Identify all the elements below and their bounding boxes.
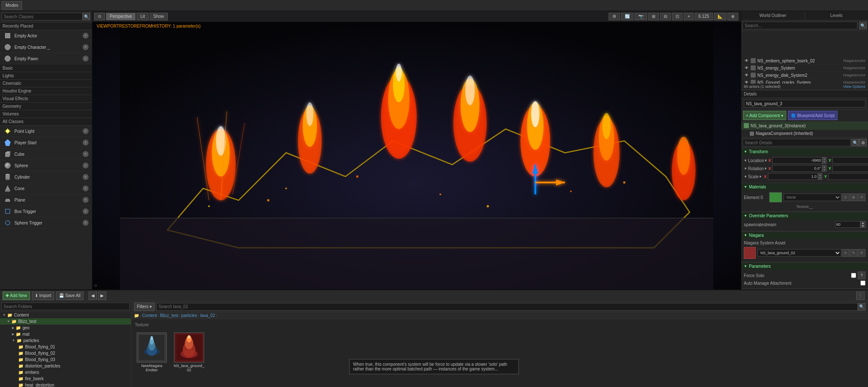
- wo-item[interactable]: 👁 NS_energy_disk_System2 NiagaraActor: [741, 72, 868, 79]
- panel-item-plane[interactable]: Plane +: [0, 194, 92, 206]
- details-options-btn[interactable]: ⚙: [859, 139, 867, 146]
- panel-item-cube[interactable]: Cube +: [0, 149, 92, 160]
- rotation-x-input[interactable]: [772, 165, 822, 172]
- niagara-browse-btn[interactable]: ⊙: [842, 249, 849, 257]
- blueprint-add-script-button[interactable]: 🔵 Blueprint/Add Script: [788, 111, 837, 120]
- niagara-reset-btn[interactable]: ↺: [858, 249, 865, 257]
- parameters-section-title[interactable]: ▼ Parameters: [741, 263, 868, 270]
- folder-item[interactable]: ▼ 📁 particles: [0, 337, 131, 344]
- add-cylinder[interactable]: +: [83, 174, 89, 180]
- viewport-coord-btn[interactable]: 6.125: [695, 13, 713, 20]
- viewport-icon-btn-2[interactable]: 🔄: [621, 13, 634, 20]
- asset-ns-lava-ground-02[interactable]: NS_lava_ground_02: [172, 332, 206, 372]
- asset-search-button[interactable]: 🔍: [858, 303, 865, 311]
- nav-back-button[interactable]: ◀: [89, 292, 97, 300]
- viewport-icon-btn-1[interactable]: ⚙: [609, 13, 620, 20]
- panel-item-player-start[interactable]: Player Start +: [0, 137, 92, 149]
- folder-item[interactable]: 📁 Blood_flying_03: [0, 356, 131, 363]
- panel-item-point-light[interactable]: Point Light +: [0, 126, 92, 137]
- material-select[interactable]: None: [784, 194, 841, 201]
- panel-item-sphere-trigger[interactable]: Sphere Trigger +: [0, 217, 92, 229]
- search-classes-button[interactable]: 🔍: [83, 13, 90, 20]
- force-solo-info-btn[interactable]: ?: [858, 272, 865, 279]
- scale-x-spin[interactable]: ▲▼: [818, 173, 822, 180]
- view-options-link[interactable]: View Options: [843, 84, 865, 89]
- search-classes-input[interactable]: [2, 13, 83, 20]
- details-search-btn[interactable]: 🔍: [851, 139, 859, 146]
- save-all-button[interactable]: 💾 Save All: [56, 292, 83, 300]
- viewport-icon-btn-3[interactable]: 📷: [634, 13, 647, 20]
- folder-item[interactable]: 📁 Blood_flying_02: [0, 350, 131, 356]
- panel-item-box-trigger[interactable]: Box Trigger +: [0, 206, 92, 217]
- sub-component-row[interactable]: NiagaraComponent (Inherited): [741, 130, 868, 137]
- viewport-icon-btn-8[interactable]: 📐: [714, 13, 726, 20]
- material-reset-btn[interactable]: ↺: [858, 194, 865, 201]
- force-solo-checkbox[interactable]: [851, 273, 856, 278]
- folder-item[interactable]: 📁 heat_destortion: [0, 382, 131, 387]
- viewport-canvas[interactable]: [92, 22, 741, 289]
- modes-tab[interactable]: Modes: [2, 1, 22, 10]
- add-sphere-trigger[interactable]: +: [83, 220, 89, 226]
- world-outliner-search-btn[interactable]: 🔍: [859, 22, 867, 29]
- component-instance-row[interactable]: NS_lava_ground_3(Instance): [741, 122, 868, 130]
- rotation-y-input[interactable]: [832, 165, 868, 172]
- visibility-icon[interactable]: 👁: [744, 65, 749, 70]
- niagara-edit-btn[interactable]: ✎: [850, 249, 857, 257]
- visibility-icon[interactable]: 👁: [744, 58, 749, 63]
- material-copy-btn[interactable]: ⊞: [850, 194, 857, 201]
- add-component-button[interactable]: + Add Component ▾: [743, 111, 786, 120]
- world-outliner-search-input[interactable]: [743, 22, 857, 29]
- spawn-rate-spin[interactable]: ▲ ▼: [860, 221, 865, 228]
- filter-button[interactable]: Filters ▾: [134, 303, 155, 311]
- add-plane[interactable]: +: [83, 197, 89, 203]
- panel-item-empty-pawn[interactable]: Empty Pawn +: [0, 53, 92, 64]
- auto-manage-checkbox[interactable]: [860, 280, 865, 286]
- add-new-button[interactable]: ✚ Add New: [3, 292, 30, 300]
- materials-section-title[interactable]: ▼ Materials: [741, 183, 868, 191]
- details-name-input[interactable]: [744, 100, 865, 107]
- folder-item[interactable]: 📁 distortion_particles: [0, 363, 131, 369]
- folder-search-input[interactable]: [1, 303, 130, 310]
- folder-item[interactable]: ▼ 📁 Content: [0, 312, 131, 318]
- panel-item-cylinder[interactable]: Cylinder +: [0, 171, 92, 183]
- add-empty-character[interactable]: +: [83, 44, 89, 50]
- location-label[interactable]: ▼ Location ▼: [744, 158, 767, 163]
- show-btn[interactable]: Show: [150, 13, 168, 20]
- rotation-x-spin[interactable]: ▲▼: [822, 165, 826, 172]
- folder-item[interactable]: ▼ 📁 Blizz_test: [0, 318, 131, 325]
- details-search-input[interactable]: [743, 139, 851, 146]
- world-outliner-tab[interactable]: World Outliner: [741, 11, 805, 20]
- panel-item-sphere[interactable]: Sphere +: [0, 160, 92, 171]
- material-browse-btn[interactable]: ⊙: [842, 194, 849, 201]
- wo-item[interactable]: 👁 NS_Ground_cracks_System NiagaraActor: [741, 79, 868, 84]
- scale-x-input[interactable]: [768, 173, 818, 180]
- add-box-trigger[interactable]: +: [83, 208, 89, 214]
- asset-search-input[interactable]: [156, 303, 858, 311]
- scale-label[interactable]: ▼ Scale ▼: [744, 174, 763, 179]
- add-empty-actor[interactable]: +: [83, 33, 89, 39]
- levels-tab[interactable]: Levels: [805, 11, 868, 20]
- visibility-icon[interactable]: 👁: [744, 73, 749, 78]
- add-cube[interactable]: +: [83, 151, 89, 157]
- panel-item-empty-actor[interactable]: Empty Actor +: [0, 30, 92, 42]
- location-x-spin[interactable]: ▲▼: [822, 157, 826, 164]
- add-sphere[interactable]: +: [83, 163, 89, 168]
- spawn-rate-input[interactable]: [835, 221, 860, 228]
- import-button[interactable]: ⬇ Import: [32, 292, 54, 300]
- nav-forward-button[interactable]: ▶: [98, 292, 106, 300]
- location-x-input[interactable]: [772, 157, 822, 164]
- wo-item[interactable]: 👁 NS_embers_sphere_bserk_02 NiagaraActor: [741, 57, 868, 64]
- breadcrumb-lava02[interactable]: lava_02: [200, 313, 215, 318]
- panel-item-cone[interactable]: Cone +: [0, 183, 92, 194]
- add-player-start[interactable]: +: [83, 140, 89, 146]
- add-cone[interactable]: +: [83, 185, 89, 191]
- location-y-input[interactable]: [832, 157, 868, 164]
- folder-item[interactable]: ▶ 📁 geo: [0, 325, 131, 331]
- override-section-title[interactable]: ▼ Override Parameters: [741, 212, 868, 219]
- niagara-section-title[interactable]: ▼ Niagara: [741, 232, 868, 239]
- folder-item[interactable]: 📁 fire_bserk: [0, 376, 131, 382]
- viewport-icon-btn-4[interactable]: ⊞: [648, 13, 659, 20]
- asset-new-niagara-emitter[interactable]: NewNiagaraEmitter: [135, 332, 169, 372]
- content-browser-options[interactable]: ⋮: [856, 292, 865, 300]
- visibility-icon[interactable]: 👁: [744, 80, 749, 84]
